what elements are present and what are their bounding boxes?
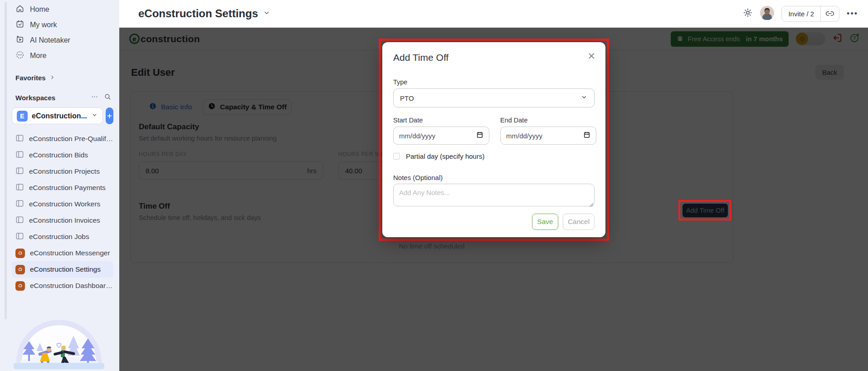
sidebar-item-home[interactable]: Home xyxy=(12,2,113,17)
workspaces-section-header: Workspaces xyxy=(12,93,113,102)
topbar: eConstruction Settings Invite / 2 ••• xyxy=(119,0,868,28)
chevron-down-icon xyxy=(263,9,271,19)
sidebar-scrollbar[interactable] xyxy=(5,2,7,319)
panel-icon xyxy=(15,215,24,226)
user-avatar[interactable] xyxy=(760,6,774,22)
sidebar-item-dashboard-it[interactable]: eConstruction Dashboard IT xyxy=(12,278,113,294)
sidebar-item-label: Home xyxy=(30,5,49,14)
invite-button[interactable]: Invite / 2 xyxy=(781,6,839,22)
sidebar-item-more[interactable]: More xyxy=(12,48,113,63)
invite-label: Invite / 2 xyxy=(782,10,820,18)
add-workspace-button[interactable]: + xyxy=(106,107,113,124)
sidebar-item-invoices[interactable]: eConstruction Invoices xyxy=(12,212,113,229)
app-icon xyxy=(15,281,25,291)
sidebar-item-payments[interactable]: eConstruction Payments xyxy=(12,180,113,196)
calendar-check-icon xyxy=(15,20,24,30)
panel-icon xyxy=(15,183,24,193)
sidebar-item-workers[interactable]: eConstruction Workers xyxy=(12,196,113,212)
panel-icon xyxy=(15,166,24,177)
panel-icon xyxy=(15,134,24,144)
sidebar-item-pre-qualification[interactable]: eConstruction Pre-Qualificat... xyxy=(12,131,113,147)
favorites-label: Favorites xyxy=(15,74,46,82)
chevron-down-icon xyxy=(91,112,98,120)
panel-icon xyxy=(15,232,24,242)
snow-globe-illustration xyxy=(10,316,108,371)
topbar-title: eConstruction Settings xyxy=(138,7,258,20)
settings-gear-icon[interactable] xyxy=(743,8,753,20)
sidebar-item-my-work[interactable]: My work xyxy=(12,17,113,33)
app-icon xyxy=(15,265,25,274)
sidebar-item-settings[interactable]: eConstruction Settings xyxy=(12,261,113,278)
chevron-right-icon xyxy=(49,74,55,82)
page-title-dropdown[interactable]: eConstruction Settings xyxy=(138,7,271,20)
modal-dim-overlay xyxy=(119,28,868,371)
search-icon[interactable] xyxy=(104,93,112,102)
app-icon xyxy=(15,249,25,258)
copy-link-icon[interactable] xyxy=(821,9,839,18)
sidebar-item-label: My work xyxy=(30,21,57,29)
sidebar-item-label: AI Notetaker xyxy=(30,36,70,44)
notetaker-icon xyxy=(15,35,24,46)
home-icon xyxy=(15,4,24,15)
sidebar: Home My work AI Notetaker More Favorites… xyxy=(0,0,119,371)
more-circle-icon xyxy=(15,50,24,61)
sidebar-item-label: More xyxy=(30,52,46,60)
workspaces-more-icon[interactable] xyxy=(91,93,98,102)
sidebar-item-projects[interactable]: eConstruction Projects xyxy=(12,163,113,180)
sidebar-item-ai-notetaker[interactable]: AI Notetaker xyxy=(12,33,113,48)
workspace-avatar: E xyxy=(17,111,28,122)
panel-icon xyxy=(15,150,24,161)
sidebar-item-messenger[interactable]: eConstruction Messenger xyxy=(12,245,113,261)
sidebar-item-jobs[interactable]: eConstruction Jobs xyxy=(12,229,113,245)
favorites-section-header[interactable]: Favorites xyxy=(12,73,113,82)
ellipsis-menu-icon[interactable]: ••• xyxy=(847,9,858,19)
sidebar-item-bids[interactable]: eConstruction Bids xyxy=(12,147,113,163)
workspaces-label: Workspaces xyxy=(15,94,55,102)
workspace-name: eConstruction... xyxy=(32,112,87,120)
workspace-selector[interactable]: E eConstruction... xyxy=(12,107,103,124)
panel-icon xyxy=(15,199,24,210)
